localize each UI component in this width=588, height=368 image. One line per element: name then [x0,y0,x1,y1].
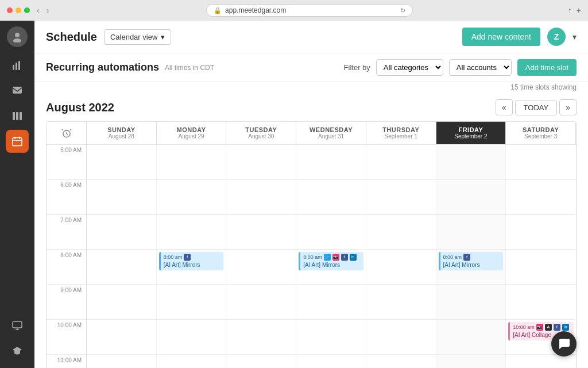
sidebar-item-schedule[interactable] [6,130,29,153]
event-time: 10:00 am 📷 A f in [513,324,571,331]
forward-button[interactable]: › [44,5,52,16]
cell-sun-9am[interactable] [87,285,157,319]
cell-mon-9am[interactable] [157,285,227,319]
refresh-icon[interactable]: ↻ [400,7,405,14]
browser-nav: ‹ › [34,5,51,16]
cell-fri-10am[interactable] [436,320,506,354]
calendar-section: August 2022 « TODAY » [34,92,588,368]
cell-tue-5am[interactable] [226,145,296,179]
cell-sat-5am[interactable] [506,145,576,179]
svg-rect-6 [13,112,15,120]
accounts-filter[interactable]: All accounts [449,59,512,76]
cell-wed-7am[interactable] [296,215,366,249]
cell-mon-7am[interactable] [157,215,227,249]
cell-wed-6am[interactable] [296,180,366,214]
avatar[interactable] [7,26,28,47]
browser-actions: ↑ + [568,6,581,15]
cell-sun-11am[interactable] [87,355,157,368]
cell-fri-11am[interactable] [436,355,506,368]
cell-sat-9am[interactable] [506,285,576,319]
row-5am: 5:00 AM [47,145,576,180]
cell-wed-10am[interactable] [296,320,366,354]
cell-thu-11am[interactable] [366,355,436,368]
add-timeslot-button[interactable]: Add time slot [517,59,577,76]
cell-sat-6am[interactable] [506,180,576,214]
event-title: [AI Art] Mirrors [164,261,221,269]
add-content-button[interactable]: Add new content [462,28,540,46]
cell-mon-6am[interactable] [157,180,227,214]
cell-mon-11am[interactable] [157,355,227,368]
cell-thu-10am[interactable] [366,320,436,354]
add-tab-icon[interactable]: + [577,6,581,15]
calendar-view-button[interactable]: Calendar view ▾ [104,29,171,45]
cell-thu-5am[interactable] [366,145,436,179]
cell-sun-8am[interactable] [87,250,157,284]
cell-sun-6am[interactable] [87,180,157,214]
cell-mon-8am[interactable]: 8:00 am f [AI Art] Mirrors [157,250,227,284]
cell-wed-5am[interactable] [296,145,366,179]
header-monday: MONDAY August 29 [157,122,227,145]
cell-thu-8am[interactable] [366,250,436,284]
prev-month-button[interactable]: « [496,99,513,115]
cell-tue-6am[interactable] [226,180,296,214]
cell-tue-11am[interactable] [226,355,296,368]
svg-point-0 [15,33,20,37]
cell-fri-7am[interactable] [436,215,506,249]
cell-fri-5am[interactable] [436,145,506,179]
categories-filter[interactable]: All categories [376,59,443,76]
share-icon[interactable]: ↑ [568,6,572,15]
row-8am: 8:00 AM 8:00 am f [AI Art] Mirrors [47,250,576,285]
facebook-icon: f [341,254,348,261]
cell-wed-8am[interactable]: 8:00 am 🐦 📷 f in [AI Art] Mirrors [296,250,366,284]
url-bar[interactable]: 🔒 app.meetedgar.com ↻ [206,4,413,17]
header-wednesday: WEDNESDAY August 31 [296,122,366,145]
cell-sun-7am[interactable] [87,215,157,249]
chat-bubble[interactable] [551,331,577,357]
cell-wed-11am[interactable] [296,355,366,368]
svg-line-20 [62,129,63,130]
next-month-button[interactable]: » [559,99,577,115]
cell-tue-9am[interactable] [226,285,296,319]
sidebar-item-library[interactable] [6,104,29,127]
svg-rect-4 [18,61,20,70]
cell-sun-5am[interactable] [87,145,157,179]
user-menu-button[interactable]: Z [547,28,566,46]
event-mon-8am[interactable]: 8:00 am f [AI Art] Mirrors [159,252,224,270]
event-time: 8:00 am f [164,254,221,261]
cell-thu-6am[interactable] [366,180,436,214]
timeslots-count: 15 time slots showing [34,82,588,92]
cell-tue-8am[interactable] [226,250,296,284]
sidebar-item-messages[interactable] [6,79,29,102]
sidebar-item-monitor[interactable] [6,314,29,337]
cell-sat-7am[interactable] [506,215,576,249]
cell-wed-9am[interactable] [296,285,366,319]
time-8am: 8:00 AM [47,250,87,284]
cell-fri-8am[interactable]: 8:00 am f [AI Art] Mirrors [436,250,506,284]
maximize-dot[interactable] [24,7,30,13]
sidebar-item-graduation[interactable] [6,339,29,362]
cell-fri-9am[interactable] [436,285,506,319]
sidebar-item-analytics[interactable] [6,54,29,77]
twitter-icon: 🐦 [324,254,331,261]
cell-mon-5am[interactable] [157,145,227,179]
close-dot[interactable] [7,7,13,13]
back-button[interactable]: ‹ [34,5,42,16]
minimize-dot[interactable] [16,7,21,13]
cell-tue-10am[interactable] [226,320,296,354]
automations-title: Recurring automations [46,61,159,73]
sidebar [0,21,34,368]
calendar-view-label: Calendar view [110,33,157,41]
cell-tue-7am[interactable] [226,215,296,249]
cell-sat-11am[interactable] [506,355,576,368]
cell-mon-10am[interactable] [157,320,227,354]
event-wed-8am[interactable]: 8:00 am 🐦 📷 f in [AI Art] Mirrors [299,252,363,270]
cell-fri-6am[interactable] [436,180,506,214]
platform-icon: A [545,324,552,331]
cell-thu-7am[interactable] [366,215,436,249]
cell-sat-8am[interactable] [506,250,576,284]
cell-sun-10am[interactable] [87,320,157,354]
event-fri-8am[interactable]: 8:00 am f [AI Art] Mirrors [439,252,504,270]
cell-thu-9am[interactable] [366,285,436,319]
today-button[interactable]: TODAY [515,100,558,115]
user-menu-chevron[interactable]: ▾ [572,32,577,41]
